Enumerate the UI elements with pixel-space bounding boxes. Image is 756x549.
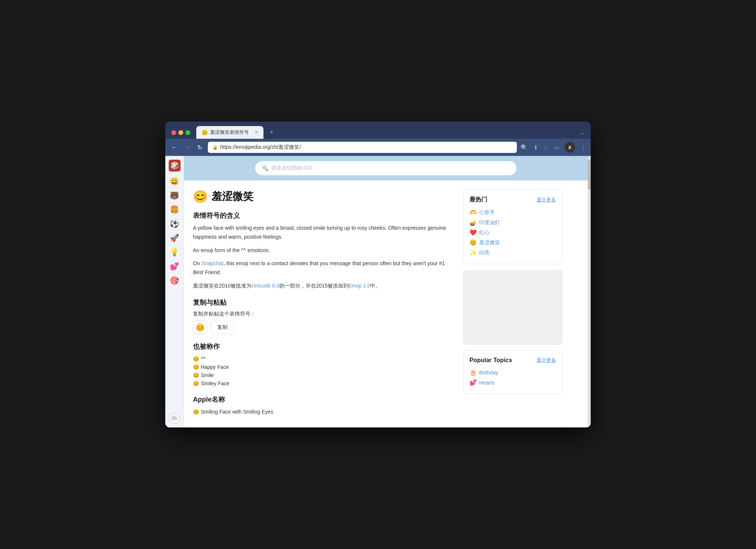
search-input[interactable]: 搜索表情图标百科 xyxy=(271,165,313,172)
browser-body: 🎲 😀 🐻 🍔 ⚽ 🚀 💡 💕 🎯 Zh 🔍 搜索表情图标百科 xyxy=(165,156,591,427)
also-known-emoji-0: 😊 xyxy=(193,356,199,362)
also-known-emoji-3: 😊 xyxy=(193,380,199,386)
site-logo[interactable]: 🎲 xyxy=(169,160,181,172)
popular-emoji-2: ❤️ xyxy=(469,229,477,236)
also-known-emoji-1: 😊 xyxy=(193,364,199,370)
topics-link-0[interactable]: Birthday xyxy=(479,370,498,376)
also-known-emoji-2: 😊 xyxy=(193,372,199,378)
menu-icon[interactable]: ⋮ xyxy=(580,144,586,151)
topics-list: 🎂 Birthday 💕 Hearts xyxy=(469,367,556,388)
forward-button[interactable]: → xyxy=(182,144,191,151)
apple-text-0: Smiling Face with Smiling Eyes xyxy=(201,409,274,415)
back-button[interactable]: ← xyxy=(170,144,179,151)
emoji-version-link[interactable]: Emoji 1.0 xyxy=(349,283,370,289)
description-1: A yellow face with smiling eyes and a br… xyxy=(193,224,454,242)
toolbar-icons: 🔍 ⬆ ☆ ▭ X ⋮ xyxy=(521,142,586,153)
language-selector[interactable]: Zh xyxy=(169,412,180,424)
popular-emoji-4: ✨ xyxy=(469,249,477,256)
list-item[interactable]: 🪔 印度油灯 xyxy=(469,217,556,228)
topics-link-1[interactable]: Hearts xyxy=(479,380,494,386)
list-item[interactable]: 😊 羞涩微笑 xyxy=(469,238,556,248)
topics-emoji-1: 💕 xyxy=(469,379,477,386)
tab-title: 羞涩微笑表情符号 xyxy=(210,129,249,136)
search-bar[interactable]: 🔍 搜索表情图标百科 xyxy=(255,161,516,175)
sidebar-item-rocket[interactable]: 🚀 xyxy=(170,233,179,242)
also-known-section: 也被称作 😊 ^^ 😊 Happy Face 😊 xyxy=(193,342,454,388)
lock-icon: 🔒 xyxy=(212,145,218,150)
maximize-button[interactable] xyxy=(185,130,190,135)
content-area: 😊 羞涩微笑 表情符号的含义 A yellow face with smilin… xyxy=(184,181,588,425)
address-bar-row: ← → ↻ 🔒 https://emojipedia.org/zh/羞涩微笑/ … xyxy=(165,139,591,156)
browser-search-icon[interactable]: 🔍 xyxy=(521,144,528,151)
snapchat-link[interactable]: Snapchat xyxy=(202,260,224,266)
description-4: 羞涩微笑在2010被批准为Unicode 6.0的一部分，并在2015被添加到E… xyxy=(193,282,454,291)
popular-emoji-3: 😊 xyxy=(469,239,477,246)
also-known-text-3: Smiley Face xyxy=(201,380,229,386)
refresh-button[interactable]: ↻ xyxy=(195,144,204,151)
topics-card-header: Popular Topics 显示更多 xyxy=(469,357,556,364)
popular-emoji-0: 🫶 xyxy=(469,209,477,216)
also-known-text-1: Happy Face xyxy=(201,364,229,370)
popular-link-0[interactable]: 心形手 xyxy=(479,209,495,216)
apple-title: Apple名称 xyxy=(193,395,454,404)
list-item[interactable]: 🎂 Birthday xyxy=(469,367,556,377)
copy-section-title: 复制与粘贴 xyxy=(193,298,454,307)
right-sidebar: 最热门 显示更多 🫶 心形手 🪔 印度油灯 xyxy=(454,189,562,416)
description-3: On Snapchat, this emoji next to a contac… xyxy=(193,259,454,277)
sidebar-toggle-icon[interactable]: ▭ xyxy=(554,144,559,151)
apple-emoji-0: 😊 xyxy=(193,409,199,415)
popular-title: 最热门 xyxy=(469,196,487,204)
share-icon[interactable]: ⬆ xyxy=(533,144,538,151)
article-title: 羞涩微笑 xyxy=(212,189,253,204)
copy-label: 复制并粘贴这个表情符号： xyxy=(193,311,454,317)
bookmark-icon[interactable]: ☆ xyxy=(543,144,549,151)
description-2: An emoji form of the ^^ emoticon. xyxy=(193,246,454,255)
popular-emoji-1: 🪔 xyxy=(469,219,477,226)
apple-name-list: 😊 Smiling Face with Smiling Eyes xyxy=(193,408,454,416)
sidebar-item-soccer[interactable]: ⚽ xyxy=(170,219,179,228)
list-item[interactable]: 🫶 心形手 xyxy=(469,207,556,217)
popular-list: 🫶 心形手 🪔 印度油灯 ❤️ 红心 xyxy=(469,207,556,258)
also-known-title: 也被称作 xyxy=(193,342,454,351)
topics-card: Popular Topics 显示更多 🎂 Birthday 💕 Hearts xyxy=(463,351,562,394)
apple-section: Apple名称 😊 Smiling Face with Smiling Eyes xyxy=(193,395,454,416)
new-tab-button[interactable]: + xyxy=(266,127,277,138)
list-item: 😊 ^^ xyxy=(193,355,454,363)
scrollbar[interactable] xyxy=(588,156,591,427)
list-item: 😊 Smiling Face with Smiling Eyes xyxy=(193,408,454,416)
popular-show-more[interactable]: 显示更多 xyxy=(537,197,556,203)
sidebar-item-smiley[interactable]: 😀 xyxy=(170,177,179,186)
popular-link-3[interactable]: 羞涩微笑 xyxy=(479,239,500,246)
tab-chevron-icon[interactable]: ⌄ xyxy=(580,129,585,135)
search-section: 🔍 搜索表情图标百科 xyxy=(184,156,588,181)
list-item[interactable]: ✨ 闪亮 xyxy=(469,248,556,258)
sidebar-item-bulb[interactable]: 💡 xyxy=(170,248,179,257)
list-item[interactable]: ❤️ 红心 xyxy=(469,228,556,238)
traffic-lights xyxy=(171,130,190,135)
list-item[interactable]: 💕 Hearts xyxy=(469,377,556,388)
topics-title: Popular Topics xyxy=(469,357,512,364)
browser-tab[interactable]: 😊 羞涩微笑表情符号 ✕ xyxy=(196,126,263,139)
copy-button[interactable]: 复制 xyxy=(211,321,234,334)
also-known-list: 😊 ^^ 😊 Happy Face 😊 Smile xyxy=(193,355,454,388)
browser-window: 😊 羞涩微笑表情符号 ✕ + ⌄ ← → ↻ 🔒 https://emojipe… xyxy=(165,122,591,427)
minimize-button[interactable] xyxy=(178,130,183,135)
copy-section: 复制与粘贴 复制并粘贴这个表情符号： 😊 复制 xyxy=(193,298,454,335)
popular-link-2[interactable]: 红心 xyxy=(479,229,490,236)
sidebar-item-target[interactable]: 🎯 xyxy=(170,276,179,285)
topics-show-more[interactable]: 显示更多 xyxy=(537,357,556,364)
x-account-button[interactable]: X xyxy=(565,142,575,153)
address-input[interactable]: 🔒 https://emojipedia.org/zh/羞涩微笑/ xyxy=(208,142,517,153)
popular-link-1[interactable]: 印度油灯 xyxy=(479,219,500,226)
tab-close-button[interactable]: ✕ xyxy=(254,130,258,135)
search-icon: 🔍 xyxy=(262,165,268,171)
logo-emoji: 🎲 xyxy=(171,161,179,170)
meaning-section-title: 表情符号的含义 xyxy=(193,211,454,220)
sidebar-item-bear[interactable]: 🐻 xyxy=(170,191,179,200)
unicode-link[interactable]: Unicode 6.0 xyxy=(252,283,279,289)
scrollbar-thumb[interactable] xyxy=(588,160,591,189)
popular-link-4[interactable]: 闪亮 xyxy=(479,250,490,256)
sidebar-item-hearts[interactable]: 💕 xyxy=(170,262,179,271)
sidebar-item-burger[interactable]: 🍔 xyxy=(170,205,179,214)
close-button[interactable] xyxy=(171,130,176,135)
